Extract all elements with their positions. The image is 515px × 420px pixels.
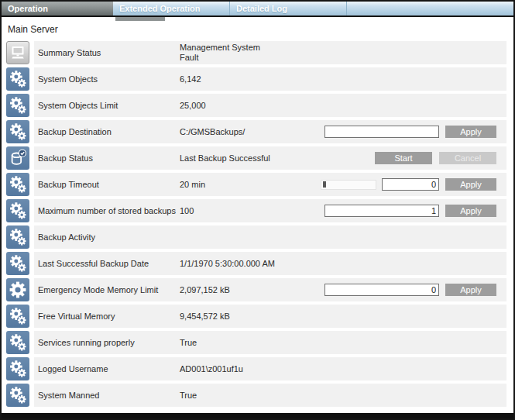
property-row: Last Successful Backup Date 1/1/1970 5:3…	[2, 252, 513, 278]
gears-icon	[6, 305, 29, 328]
row-strip: Logged Username AD001\z001uf1u	[34, 357, 506, 380]
property-value: Last Backup Successful	[180, 153, 280, 164]
value-input[interactable]	[382, 178, 439, 191]
row-strip: Summary Status Management System Fault	[34, 41, 506, 64]
computer-icon	[6, 41, 29, 64]
start-button[interactable]: Start	[375, 152, 432, 164]
property-label: Summary Status	[38, 48, 180, 57]
row-strip: Backup Timeout 20 min Apply	[34, 173, 506, 196]
tab-operation[interactable]: Operation	[2, 2, 113, 15]
row-strip: System Objects Limit 25,000	[34, 94, 506, 117]
gear-icon	[6, 278, 29, 301]
property-label: System Manned	[38, 391, 180, 400]
property-label: Maximum number of stored backups	[38, 206, 180, 215]
cancel-button[interactable]: Cancel	[439, 152, 496, 164]
property-value: True	[180, 338, 280, 348]
row-strip: System Manned True	[34, 384, 506, 407]
value-input[interactable]	[324, 284, 439, 296]
row-strip: Backup Activity	[34, 225, 506, 249]
property-row: Emergency Mode Memory Limit 2,097,152 kB…	[2, 278, 513, 305]
row-strip: Last Successful Backup Date 1/1/1970 5:3…	[34, 252, 506, 275]
property-list: Summary Status Management System Fault	[2, 41, 513, 410]
property-row: System Objects Limit 25,000	[2, 94, 513, 120]
gears-icon	[6, 252, 29, 275]
gears-icon	[6, 384, 29, 407]
property-row: Backup Status Last Backup Successful Sta…	[2, 146, 513, 173]
slider-handle[interactable]	[323, 181, 326, 188]
gears-icon	[6, 173, 29, 196]
property-value: 20 min	[180, 180, 280, 190]
property-label: Backup Destination	[38, 127, 180, 136]
server-name-label: Main Server	[2, 17, 513, 41]
gears-icon	[6, 94, 29, 117]
database-check-icon	[6, 146, 29, 170]
row-strip: Backup Destination C:/GMSBackups/ Apply	[34, 120, 506, 143]
apply-button[interactable]: Apply	[445, 178, 496, 191]
row-strip: Emergency Mode Memory Limit 2,097,152 kB…	[34, 278, 506, 301]
property-label: Backup Activity	[38, 232, 180, 242]
property-row: System Manned True	[2, 384, 513, 410]
property-label: System Objects Limit	[38, 101, 180, 110]
property-value: 1/1/1970 5:30:00.000 AM	[180, 259, 280, 269]
tab-bar-filler	[347, 2, 513, 15]
row-controls: Apply	[324, 284, 506, 296]
row-controls: Apply	[324, 205, 506, 217]
property-value: 6,142	[180, 74, 280, 84]
tab-detailed-log[interactable]: Detailed Log	[230, 2, 347, 15]
value-input[interactable]	[324, 126, 439, 138]
management-console-window: Operation Extended Operation Detailed Lo…	[0, 0, 515, 420]
row-strip: Services running properly True	[34, 331, 506, 354]
property-value: C:/GMSBackups/	[180, 127, 280, 137]
property-row: Backup Destination C:/GMSBackups/ Apply	[2, 120, 513, 146]
property-label: Logged Username	[38, 364, 180, 374]
property-label: Emergency Mode Memory Limit	[38, 285, 180, 294]
bottom-bar	[2, 413, 513, 418]
apply-button[interactable]: Apply	[445, 126, 496, 138]
gears-icon	[6, 357, 29, 380]
property-row: System Objects 6,142	[2, 67, 513, 94]
property-value: 25,000	[180, 101, 280, 111]
property-row: Summary Status Management System Fault	[2, 41, 513, 67]
row-strip: Backup Status Last Backup Successful Sta…	[34, 146, 506, 170]
property-label: Last Successful Backup Date	[38, 259, 180, 268]
property-row: Free Virtual Memory 9,454,572 kB	[2, 305, 513, 331]
property-label: Backup Status	[38, 153, 180, 163]
property-row: Services running properly True	[2, 331, 513, 357]
property-row: Backup Timeout 20 min Apply	[2, 173, 513, 199]
row-controls: Apply	[321, 178, 506, 191]
property-label: Backup Timeout	[38, 180, 180, 189]
gears-icon	[6, 199, 29, 222]
timeout-slider[interactable]	[321, 180, 376, 190]
row-strip: Maximum number of stored backups 100 App…	[34, 199, 506, 222]
gears-icon	[6, 120, 29, 143]
apply-button[interactable]: Apply	[445, 284, 496, 296]
property-value: True	[180, 391, 280, 401]
value-input[interactable]	[324, 205, 439, 217]
gears-icon	[6, 225, 29, 249]
gears-icon	[6, 331, 29, 354]
property-row: Logged Username AD001\z001uf1u	[2, 357, 513, 384]
property-value: 9,454,572 kB	[180, 312, 280, 322]
property-label: Free Virtual Memory	[38, 312, 180, 321]
row-strip: System Objects 6,142	[34, 67, 506, 91]
row-strip: Free Virtual Memory 9,454,572 kB	[34, 305, 506, 328]
apply-button[interactable]: Apply	[445, 205, 496, 217]
property-label: Services running properly	[38, 338, 180, 347]
property-row: Maximum number of stored backups 100 App…	[2, 199, 513, 225]
gears-icon	[6, 67, 29, 91]
property-value: 100	[180, 206, 280, 216]
property-value: Management System Fault	[180, 43, 280, 63]
property-value: 2,097,152 kB	[180, 285, 280, 295]
row-controls: Start Cancel	[375, 152, 506, 164]
tab-extended-operation[interactable]: Extended Operation	[113, 2, 230, 15]
row-controls: Apply	[324, 126, 506, 138]
tab-shadow	[115, 17, 165, 21]
property-row: Backup Activity	[2, 225, 513, 252]
property-label: System Objects	[38, 74, 180, 84]
property-value: AD001\z001uf1u	[180, 364, 280, 374]
tab-bar: Operation Extended Operation Detailed Lo…	[2, 2, 513, 17]
